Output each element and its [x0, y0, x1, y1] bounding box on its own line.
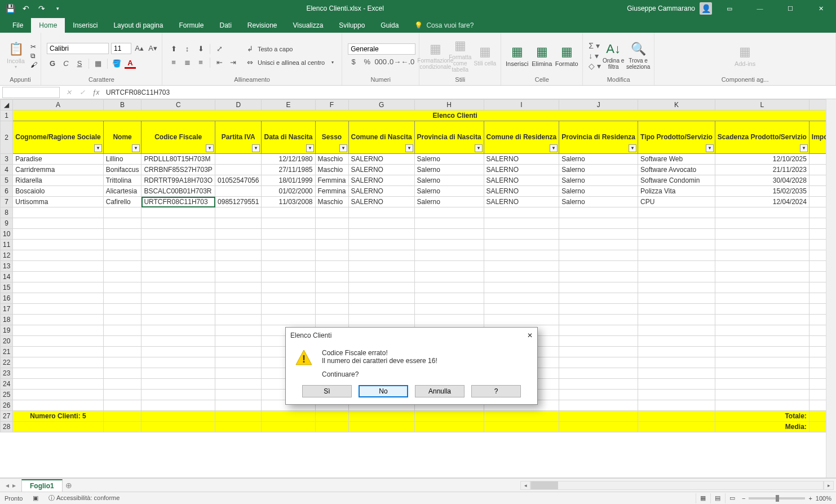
cell[interactable]: [559, 250, 638, 261]
cell[interactable]: [262, 282, 315, 293]
cell[interactable]: [348, 250, 414, 261]
column-header[interactable]: Sesso▾: [315, 121, 348, 154]
shrink-font-icon[interactable]: A▾: [147, 43, 158, 54]
col-header[interactable]: I: [484, 100, 559, 110]
cell[interactable]: SALERNO: [484, 154, 559, 165]
cell[interactable]: [715, 250, 809, 261]
cell[interactable]: [215, 186, 262, 197]
cell[interactable]: [103, 336, 141, 347]
cell[interactable]: 12/10/2025: [715, 154, 809, 165]
cell[interactable]: [262, 293, 315, 304]
cell[interactable]: [715, 261, 809, 272]
cell[interactable]: [559, 357, 638, 368]
cell[interactable]: [215, 390, 262, 400]
row-header[interactable]: 1: [1, 110, 13, 121]
column-header[interactable]: Nome▾: [103, 121, 141, 154]
dialog-no-button[interactable]: No: [359, 385, 408, 397]
cell[interactable]: [215, 240, 262, 250]
cell[interactable]: [559, 368, 638, 379]
cell[interactable]: [414, 272, 484, 282]
cell[interactable]: 11/03/2008: [262, 197, 315, 207]
row-header[interactable]: 20: [1, 336, 13, 347]
cell[interactable]: [215, 261, 262, 272]
cell[interactable]: Femmina: [315, 175, 348, 186]
cell[interactable]: [262, 207, 315, 218]
row-header[interactable]: 22: [1, 357, 13, 368]
format-cells-button[interactable]: ▦Formato: [554, 37, 579, 74]
cell[interactable]: Femmina: [315, 186, 348, 197]
filter-icon[interactable]: ▾: [252, 144, 260, 152]
close-button[interactable]: ✕: [808, 0, 834, 17]
cell[interactable]: [315, 218, 348, 229]
dec-decimal-icon[interactable]: ←.0: [402, 57, 413, 67]
cell[interactable]: [141, 304, 215, 315]
comma-icon[interactable]: 000: [375, 57, 386, 67]
save-icon[interactable]: 💾: [5, 3, 16, 14]
tell-me[interactable]: 💡Cosa vuoi fare?: [406, 18, 481, 33]
cell[interactable]: Boscaiolo: [13, 186, 103, 197]
cell[interactable]: Carridremma: [13, 165, 103, 175]
cell[interactable]: [715, 357, 809, 368]
cell[interactable]: [414, 282, 484, 293]
row-header[interactable]: 12: [1, 250, 13, 261]
cell[interactable]: [559, 422, 638, 432]
cell[interactable]: [215, 357, 262, 368]
zoom-level[interactable]: 100%: [816, 495, 831, 502]
cell[interactable]: [715, 229, 809, 240]
cell[interactable]: [215, 207, 262, 218]
cell[interactable]: [715, 368, 809, 379]
cell[interactable]: Ridarella: [13, 175, 103, 186]
cell[interactable]: Maschio: [315, 197, 348, 207]
fill-icon[interactable]: ↓ ▾: [589, 51, 601, 60]
cell[interactable]: [414, 218, 484, 229]
grow-font-icon[interactable]: A▴: [134, 43, 145, 54]
cell[interactable]: [215, 422, 262, 432]
zoom-in-icon[interactable]: +: [808, 495, 812, 502]
cell[interactable]: [484, 240, 559, 250]
cell[interactable]: [141, 347, 215, 357]
cell[interactable]: [638, 390, 715, 400]
cell[interactable]: Trittolina: [103, 175, 141, 186]
cell[interactable]: [141, 218, 215, 229]
cell[interactable]: [715, 304, 809, 315]
tab-sviluppo[interactable]: Sviluppo: [331, 18, 373, 33]
cell[interactable]: [141, 422, 215, 432]
cell[interactable]: Polizza Vita: [638, 186, 715, 197]
cell[interactable]: [638, 240, 715, 250]
minimize-button[interactable]: —: [747, 0, 773, 17]
cell[interactable]: [13, 272, 103, 282]
cell[interactable]: Salerno: [414, 165, 484, 175]
cell[interactable]: SALERNO: [484, 175, 559, 186]
cell[interactable]: [484, 422, 559, 432]
dialog-close-icon[interactable]: ✕: [527, 331, 533, 339]
cell[interactable]: [559, 390, 638, 400]
cell[interactable]: [348, 293, 414, 304]
cell[interactable]: [103, 347, 141, 357]
cell[interactable]: [141, 293, 215, 304]
cell[interactable]: SALERNO: [348, 175, 414, 186]
tab-dati[interactable]: Dati: [211, 18, 239, 33]
zoom-out-icon[interactable]: −: [742, 495, 745, 502]
cell[interactable]: [715, 272, 809, 282]
conditional-format-button[interactable]: ▦Formattazione condizionale: [423, 37, 448, 74]
column-header[interactable]: Provincia di Residenza▾: [559, 121, 638, 154]
col-header[interactable]: D: [215, 100, 262, 110]
row-header[interactable]: 21: [1, 347, 13, 357]
cell[interactable]: Maschio: [315, 165, 348, 175]
cell[interactable]: [13, 390, 103, 400]
cell[interactable]: [262, 218, 315, 229]
cell[interactable]: [262, 229, 315, 240]
cell[interactable]: [13, 282, 103, 293]
cell[interactable]: [348, 315, 414, 325]
cell[interactable]: [559, 336, 638, 347]
cell[interactable]: [559, 282, 638, 293]
tab-layout-di-pagina[interactable]: Layout di pagina: [105, 18, 171, 33]
cell[interactable]: [215, 218, 262, 229]
cell[interactable]: [559, 229, 638, 240]
cell[interactable]: [262, 272, 315, 282]
filter-icon[interactable]: ▾: [550, 144, 558, 152]
cell[interactable]: CRRBNF85S27H703P: [141, 165, 215, 175]
align-center-icon[interactable]: ≣: [182, 58, 193, 68]
cell[interactable]: [215, 315, 262, 325]
cell[interactable]: 27/11/1985: [262, 165, 315, 175]
